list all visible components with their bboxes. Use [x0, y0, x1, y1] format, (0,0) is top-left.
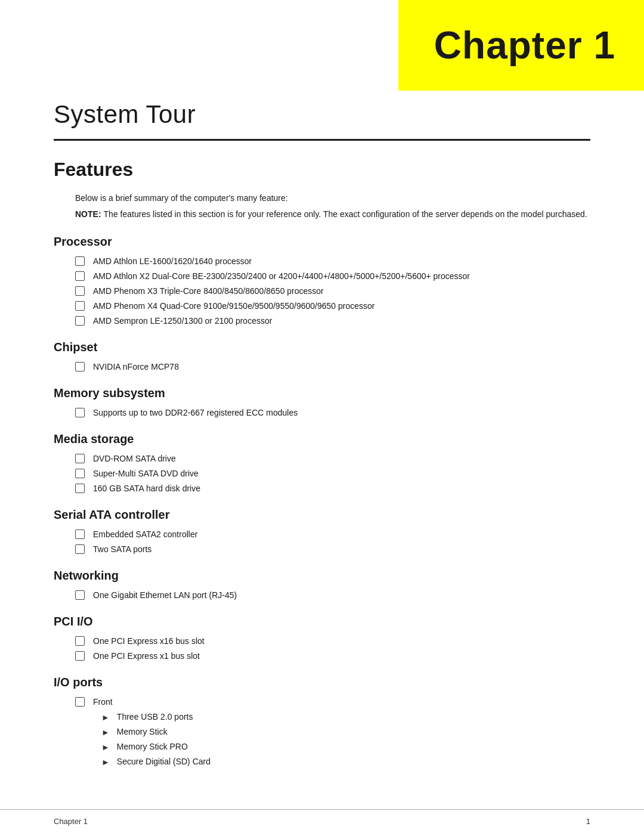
sub-list-item: ►Three USB 2.0 ports	[54, 711, 590, 724]
io-ports-heading: I/O ports	[54, 673, 590, 691]
chipset-heading: Chipset	[54, 338, 590, 356]
bullet-icon	[75, 529, 85, 539]
page-title: System Tour	[54, 95, 590, 133]
sata-heading: Serial ATA controller	[54, 506, 590, 524]
sata-list: Embedded SATA2 controller Two SATA ports	[54, 528, 590, 556]
sub-list-item: ►Memory Stick PRO	[54, 741, 590, 754]
networking-section: Networking One Gigabit Ethernet LAN port…	[54, 566, 590, 602]
pci-heading: PCI I/O	[54, 612, 590, 630]
arrow-icon: ►	[101, 756, 110, 769]
list-item: AMD Phenom X4 Quad-Core 9100e/9150e/9500…	[54, 300, 590, 312]
arrow-icon: ►	[101, 711, 110, 724]
io-ports-list: Front	[54, 696, 590, 708]
main-content: System Tour Features Below is a brief su…	[0, 0, 644, 769]
memory-list: Supports up to two DDR2-667 registered E…	[54, 407, 590, 419]
bullet-icon	[75, 408, 85, 417]
chipset-section: Chipset NVIDIA nForce MCP78	[54, 338, 590, 373]
media-heading: Media storage	[54, 430, 590, 448]
list-item: Super-Multi SATA DVD drive	[54, 467, 590, 480]
note-content: The features listed in this section is f…	[104, 208, 587, 221]
pci-section: PCI I/O One PCI Express x16 bus slot One…	[54, 612, 590, 662]
bullet-icon	[75, 256, 85, 266]
bullet-icon	[75, 454, 85, 463]
list-item: Embedded SATA2 controller	[54, 528, 590, 541]
features-heading: Features	[54, 155, 590, 184]
bullet-icon	[75, 636, 85, 646]
arrow-icon: ►	[101, 726, 110, 739]
processor-heading: Processor	[54, 233, 590, 250]
bullet-icon	[75, 271, 85, 281]
page-footer: Chapter 1 1	[0, 809, 644, 834]
sub-list-item: ►Memory Stick	[54, 726, 590, 739]
chapter-banner: Chapter 1	[398, 0, 644, 91]
list-item: AMD Athlon LE-1600/1620/1640 processor	[54, 255, 590, 268]
chapter-banner-text: Chapter 1	[434, 24, 615, 67]
bullet-icon	[75, 316, 85, 326]
list-item: AMD Athlon X2 Dual-Core BE-2300/2350/240…	[54, 270, 590, 283]
networking-heading: Networking	[54, 566, 590, 584]
media-list: DVD-ROM SATA drive Super-Multi SATA DVD …	[54, 453, 590, 495]
list-item: AMD Phenom X3 Triple-Core 8400/8450/8600…	[54, 285, 590, 298]
sub-list-item: ►Secure Digitial (SD) Card	[54, 755, 590, 769]
list-item: One PCI Express x16 bus slot	[54, 635, 590, 648]
list-item: Front	[54, 696, 590, 708]
bullet-icon	[75, 697, 85, 707]
bullet-icon	[75, 651, 85, 661]
chipset-list: NVIDIA nForce MCP78	[54, 361, 590, 373]
bullet-icon	[75, 484, 85, 493]
list-item: AMD Sempron LE-1250/1300 or 2100 process…	[54, 315, 590, 327]
bullet-icon	[75, 590, 85, 600]
bullet-icon	[75, 544, 85, 554]
list-item: Supports up to two DDR2-667 registered E…	[54, 407, 590, 419]
list-item: One Gigabit Ethernet LAN port (RJ-45)	[54, 589, 590, 602]
page: Chapter 1 System Tour Features Below is …	[0, 0, 644, 833]
list-item: 160 GB SATA hard disk drive	[54, 482, 590, 495]
networking-list: One Gigabit Ethernet LAN port (RJ-45)	[54, 589, 590, 602]
io-ports-section: I/O ports Front ►Three USB 2.0 ports ►Me…	[54, 673, 590, 769]
io-ports-sub-list: ►Three USB 2.0 ports ►Memory Stick ►Memo…	[54, 711, 590, 769]
media-section: Media storage DVD-ROM SATA drive Super-M…	[54, 430, 590, 495]
list-item: Two SATA ports	[54, 543, 590, 556]
footer-right: 1	[586, 816, 590, 828]
title-rule	[54, 139, 590, 141]
features-section: Features Below is a brief summary of the…	[54, 155, 590, 769]
bullet-icon	[75, 469, 85, 478]
list-item: DVD-ROM SATA drive	[54, 453, 590, 465]
list-item: NVIDIA nForce MCP78	[54, 361, 590, 373]
memory-section: Memory subsystem Supports up to two DDR2…	[54, 384, 590, 419]
bullet-icon	[75, 301, 85, 311]
sata-section: Serial ATA controller Embedded SATA2 con…	[54, 506, 590, 556]
bullet-icon	[75, 362, 85, 371]
pci-list: One PCI Express x16 bus slot One PCI Exp…	[54, 635, 590, 662]
footer-left: Chapter 1	[54, 816, 88, 828]
note-block: NOTE: The features listed in this sectio…	[75, 208, 590, 221]
processor-section: Processor AMD Athlon LE-1600/1620/1640 p…	[54, 233, 590, 327]
processor-list: AMD Athlon LE-1600/1620/1640 processor A…	[54, 255, 590, 327]
list-item: One PCI Express x1 bus slot	[54, 650, 590, 662]
arrow-icon: ►	[101, 741, 110, 754]
note-label: NOTE:	[75, 208, 101, 221]
bullet-icon	[75, 286, 85, 296]
intro-text: Below is a brief summary of the computer…	[75, 192, 590, 205]
memory-heading: Memory subsystem	[54, 384, 590, 402]
